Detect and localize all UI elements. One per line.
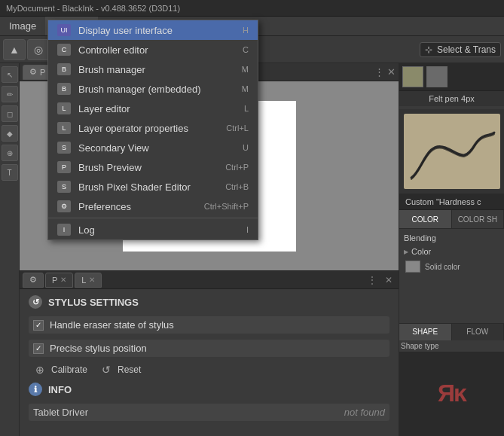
tool-erase[interactable]: ◻ [2,105,18,122]
bottom-panel: ⚙ P ✕ L ✕ ⋮ ✕ ↺ STYLUS SETTINGS [20,270,399,436]
menu-layer-operator[interactable]: L Layer operator properties Ctrl+L [48,118,258,138]
preview-icon: P [57,161,71,173]
brush-manager-label: Brush manager [78,64,234,75]
brush-preview-label: Brush Preview [78,162,218,173]
color-section-title[interactable]: ▶ Color [404,247,499,256]
bottom-tab-p-close[interactable]: ✕ [60,276,66,284]
dropdown-sep [48,218,258,218]
tool-text[interactable]: T [2,164,18,181]
menu-controller-editor[interactable]: C Controller editor C [48,40,258,59]
secondary-view-label: Secondary View [78,142,235,154]
menu-secondary-view[interactable]: S Secondary View U [48,138,258,157]
tool-fill[interactable]: ◆ [2,125,18,142]
titlebar: MyDocument - BlackInk - v0.488.3652 (D3D… [0,0,504,17]
checkbox-precise-row: ✓ Precise stylus position [29,340,389,357]
tool-zoom[interactable]: ⊕ [2,145,18,161]
brush-icon: B [57,63,71,75]
select-trans-area: ⊹ Select & Trans [420,42,501,57]
bottom-tab-l-close[interactable]: ✕ [89,276,95,284]
right-tab-flow[interactable]: FLOW [452,324,505,340]
tool-btn-2[interactable]: ◎ [27,39,50,60]
menu-preferences[interactable]: ⚙ Preferences Ctrl+Shift+P [48,197,258,216]
brush-pixel-shader-shortcut: Ctrl+B [225,182,249,191]
display-ui-shortcut: H [243,26,249,35]
right-color-tabs: COLOR COLOR SH [399,210,504,229]
reset-button[interactable]: ↺ Reset [99,363,141,377]
canvas-tab-p-label: P [40,68,45,77]
blending-section-title[interactable]: Blending [404,233,499,242]
flow-tab-label: FLOW [466,328,488,336]
layer-operator-label: Layer operator properties [78,123,218,134]
menu-brush-manager-embedded[interactable]: B Brush manager (embedded) M [48,79,258,99]
menu-image[interactable]: Image [0,17,45,35]
solid-color-row: Solid color [404,259,499,274]
menu-image-label: Image [9,20,36,32]
checkbox-precise[interactable]: ✓ [33,343,44,354]
gear-icon: ⚙ [29,67,37,77]
bottom-tab-action-close[interactable]: ✕ [382,273,396,287]
brush-swatch-1[interactable] [402,66,423,87]
action-row: ⊕ Calibrate ↺ Reset [29,363,389,377]
brush-preview-shortcut: Ctrl+P [225,163,249,172]
menu-brush-preview[interactable]: P Brush Preview Ctrl+P [48,157,258,177]
canvas-tabs-menu[interactable]: ⋮ [374,66,384,78]
canvas-tab-actions: ⋮ ✕ [374,66,396,78]
color-section-label: Color [411,247,431,256]
secondary-icon: S [57,142,71,154]
bottom-tab-action-menu[interactable]: ⋮ [365,273,379,287]
info-section: ℹ INFO Tablet Driver not found [29,383,389,421]
layer-editor-label: Layer editor [78,103,237,114]
checkbox-precise-label: Precise stylus position [50,343,147,354]
blending-section: Blending [404,233,499,242]
stylus-icon: ↺ [29,295,42,309]
solid-color-label: Solid color [425,263,460,271]
bottom-tab-l[interactable]: L ✕ [75,273,102,288]
brush-swatch-2[interactable] [426,66,447,87]
tool-btn-1[interactable]: ▲ [3,39,26,60]
tool-select[interactable]: ↖ [2,66,18,83]
info-label-title: INFO [48,384,72,395]
info-section-title: ℹ INFO [29,383,389,396]
custom-brush-label: Custom "Hardness c [399,194,504,210]
brush-emb-icon: B [57,83,71,95]
select-trans-button[interactable]: ⊹ Select & Trans [420,42,501,57]
window-dropdown-menu: UI Display user interface H C Controller… [47,20,258,240]
menu-layer-editor[interactable]: L Layer editor L [48,99,258,118]
preferences-label: Preferences [78,201,197,212]
brush-stroke-svg [408,125,498,185]
calibrate-button[interactable]: ⊕ Calibrate [33,363,87,377]
secondary-view-shortcut: U [243,143,249,152]
checkbox-eraser-check: ✓ [35,321,41,329]
controller-shortcut: C [243,45,249,54]
reset-icon: ↺ [99,363,113,377]
log-shortcut: I [246,225,249,234]
canvas-tabs-close[interactable]: ✕ [387,66,396,78]
solid-color-swatch[interactable] [405,261,420,273]
bottom-tab-l-label: L [81,276,86,285]
tablet-driver-value: not found [344,407,385,418]
tool-draw[interactable]: ✏ [2,86,18,102]
menu-log[interactable]: I Log I [48,220,258,239]
log-icon: I [57,224,71,236]
right-tab-color[interactable]: COLOR [399,210,452,228]
brush-preview-image [404,114,500,189]
bottom-tab-p[interactable]: P ✕ [45,273,73,288]
menu-brush-manager[interactable]: B Brush manager M [48,59,258,79]
menu-display-ui[interactable]: UI Display user interface H [48,20,258,40]
gear-icon-tab: ⚙ [29,275,37,285]
color-arrow-icon: ▶ [404,248,408,255]
reset-label: Reset [118,364,141,375]
right-tab-shape[interactable]: SHAPE [399,324,452,340]
right-tab-color-shape[interactable]: COLOR SH [452,210,505,228]
right-bottom-area: Яĸ [399,352,504,437]
blending-label: Blending [404,233,436,242]
select-icon: ⊹ [425,44,432,55]
bottom-tabs: ⚙ P ✕ L ✕ ⋮ ✕ [20,271,399,289]
menu-brush-pixel-shader[interactable]: S Brush Pixel Shader Editor Ctrl+B [48,177,258,197]
brush-manager-shortcut: M [242,65,249,74]
checkbox-eraser[interactable]: ✓ [33,320,44,331]
bottom-tab-1[interactable]: ⚙ [23,273,44,288]
ui-icon: UI [57,24,71,36]
info-icon: ℹ [29,383,42,396]
stylus-settings-title: ↺ STYLUS SETTINGS [29,295,389,309]
